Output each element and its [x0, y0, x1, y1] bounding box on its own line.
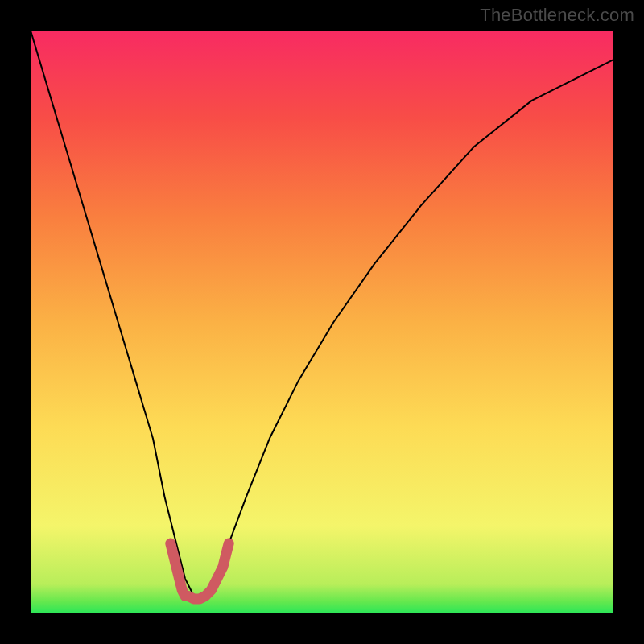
- chart-svg: [31, 31, 613, 613]
- outer-frame: TheBottleneck.com: [0, 0, 644, 644]
- bottleneck-curve-path: [31, 31, 613, 596]
- plot-area: [31, 31, 613, 613]
- watermark-text: TheBottleneck.com: [480, 5, 634, 26]
- bottleneck-marker-path: [171, 543, 229, 599]
